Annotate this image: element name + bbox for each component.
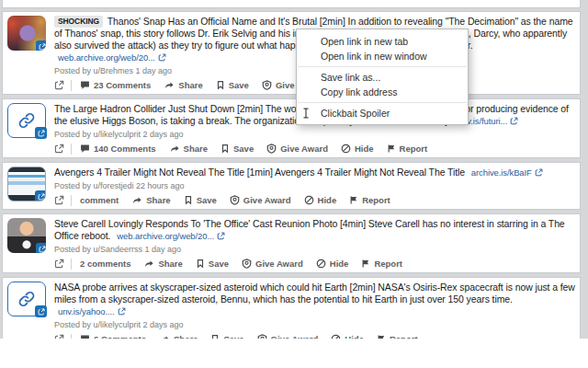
report-button[interactable]: Report xyxy=(361,259,402,269)
give-award-button[interactable]: Give Award xyxy=(257,334,319,339)
share-button[interactable]: Share xyxy=(169,144,208,154)
menu-item-save-link-as[interactable]: Save link as... xyxy=(297,70,468,85)
divider xyxy=(71,195,72,206)
post-card[interactable]: The Large Hadron Collider Just Shut Down… xyxy=(2,98,581,158)
award-icon xyxy=(242,259,252,269)
report-button[interactable]: Report xyxy=(349,195,390,205)
give-award-button[interactable]: Give Award xyxy=(266,144,328,154)
open-original-icon[interactable] xyxy=(54,259,64,269)
report-button[interactable]: Report xyxy=(377,334,418,339)
clipped-previous-card xyxy=(2,0,581,8)
divider xyxy=(71,80,72,91)
external-link-badge-icon xyxy=(35,127,47,139)
post-outbound-link[interactable]: web.archive.org/web/20... xyxy=(58,52,166,63)
external-link-badge-icon xyxy=(35,190,46,201)
post-card[interactable]: SHOCKING Thanos' Snap Has an Official Na… xyxy=(2,11,581,95)
comments-button[interactable]: 6 Comments xyxy=(80,334,146,339)
share-icon xyxy=(143,259,154,269)
hide-icon xyxy=(341,144,351,154)
post-meta[interactable]: Posted by u/Sandeerrss 1 day ago xyxy=(54,244,576,255)
bookmark-icon xyxy=(216,80,225,90)
external-link-icon xyxy=(217,232,225,240)
post-card[interactable]: Avengers 4 Trailer Might Not Reveal The … xyxy=(2,162,581,210)
menu-separator xyxy=(298,102,467,103)
post-meta[interactable]: Posted by u/forestjedi 22 hours ago xyxy=(54,180,576,191)
hide-button[interactable]: Hide xyxy=(341,144,374,154)
post-outbound-link[interactable]: unv.is/yahoo.... xyxy=(58,306,126,316)
menu-item-open-new-tab[interactable]: Open link in new tab xyxy=(297,34,468,49)
award-icon xyxy=(230,195,240,205)
hide-button[interactable]: Hide xyxy=(316,259,349,269)
give-award-button[interactable]: Give Award xyxy=(230,195,291,205)
share-button[interactable]: Share xyxy=(159,334,198,339)
save-button[interactable]: Save xyxy=(184,195,217,205)
post-thumbnail-link[interactable] xyxy=(7,103,46,138)
open-original-icon[interactable] xyxy=(54,144,64,154)
link-text: web.archive.org/web/20... xyxy=(58,52,155,63)
post-action-bar: 6 Comments Share Save Give Award Hide Re… xyxy=(54,332,576,339)
bookmark-icon xyxy=(220,144,230,154)
comments-button[interactable]: 140 Comments xyxy=(80,144,156,154)
share-icon xyxy=(131,195,142,205)
share-button[interactable]: Share xyxy=(131,195,170,205)
share-icon xyxy=(169,144,180,154)
share-button[interactable]: Share xyxy=(164,80,202,90)
link-chain-icon xyxy=(17,290,36,308)
external-link-icon xyxy=(158,53,166,62)
post-outbound-link[interactable]: web.archive.org/web/20... xyxy=(117,231,225,241)
save-button[interactable]: Save xyxy=(196,259,229,269)
flag-icon xyxy=(377,334,386,339)
menu-item-clickbait-spoiler[interactable]: Clickbait Spoiler xyxy=(297,106,468,121)
award-icon xyxy=(262,80,272,90)
post-outbound-link[interactable]: archive.is/kBaIF xyxy=(471,167,543,178)
save-button[interactable]: Save xyxy=(220,144,254,154)
share-button[interactable]: Share xyxy=(143,259,182,269)
open-original-icon[interactable] xyxy=(54,195,64,205)
post-meta[interactable]: Posted by u/likelyculprit 2 days ago xyxy=(54,129,576,140)
award-icon xyxy=(266,144,277,154)
post-title[interactable]: NASA probe arrives at skyscraper-sized a… xyxy=(54,282,576,317)
post-title[interactable]: Steve Carell Lovingly Responds To 'The O… xyxy=(54,218,576,242)
post-title[interactable]: Avengers 4 Trailer Might Not Reveal The … xyxy=(54,167,576,178)
flag-icon xyxy=(387,144,396,154)
menu-item-open-new-window[interactable]: Open link in new window xyxy=(297,49,468,63)
link-text: unv.is/yahoo.... xyxy=(58,306,115,316)
post-feed: SHOCKING Thanos' Snap Has an Official Na… xyxy=(0,0,588,339)
link-text: archive.is/kBaIF xyxy=(471,167,532,178)
award-icon xyxy=(257,334,267,339)
post-card[interactable]: Steve Carell Lovingly Responds To 'The O… xyxy=(2,213,581,273)
post-thumbnail-photo[interactable] xyxy=(7,218,46,253)
browser-viewport: SHOCKING Thanos' Snap Has an Official Na… xyxy=(0,0,588,368)
comment-icon xyxy=(80,144,90,154)
give-award-button[interactable]: Give Award xyxy=(242,259,303,269)
divider xyxy=(71,144,72,155)
post-card[interactable]: NASA probe arrives at skyscraper-sized a… xyxy=(2,277,581,339)
comment-icon xyxy=(80,80,90,90)
open-original-icon[interactable] xyxy=(54,80,64,90)
divider xyxy=(71,259,72,270)
post-thumbnail-thanos[interactable] xyxy=(7,16,46,51)
post-action-bar: 2 comments Share Save Give Award Hide Re… xyxy=(54,257,576,270)
external-link-badge-icon xyxy=(36,243,46,253)
bookmark-icon xyxy=(184,195,193,205)
hide-button[interactable]: Hide xyxy=(304,195,337,205)
save-button[interactable]: Save xyxy=(210,334,243,339)
comment-icon xyxy=(80,334,90,339)
post-thumbnail-screenshot[interactable] xyxy=(7,167,46,201)
comments-button[interactable]: comment xyxy=(80,195,119,205)
external-link-badge-icon xyxy=(36,40,46,51)
comments-button[interactable]: 2 comments xyxy=(80,259,130,269)
save-button[interactable]: Save xyxy=(216,80,249,90)
hide-icon xyxy=(316,259,326,269)
menu-item-copy-link-address[interactable]: Copy link address xyxy=(297,85,468,99)
post-meta[interactable]: Posted by u/likelyculprit 2 days ago xyxy=(54,319,576,330)
post-thumbnail-link[interactable] xyxy=(7,282,46,316)
hide-button[interactable]: Hide xyxy=(331,334,364,339)
comments-button[interactable]: 23 Comments xyxy=(80,80,151,90)
report-button[interactable]: Report xyxy=(387,144,428,154)
external-link-icon xyxy=(118,307,126,316)
flair-badge: SHOCKING xyxy=(54,16,103,28)
link-chain-icon xyxy=(17,111,36,130)
external-link-icon xyxy=(510,117,518,125)
open-original-icon[interactable] xyxy=(54,334,64,339)
